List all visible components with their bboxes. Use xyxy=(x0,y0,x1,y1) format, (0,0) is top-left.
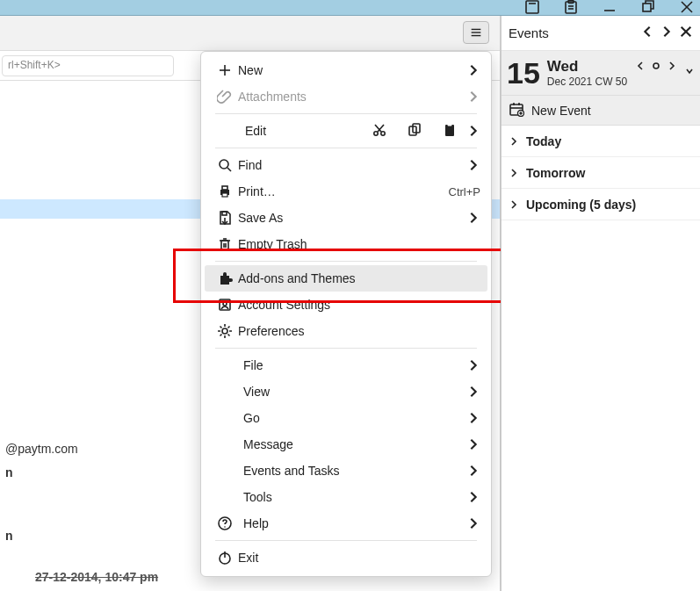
restore-icon[interactable] xyxy=(640,0,656,15)
preview-date: 27-12-2014, 10:47 pm xyxy=(35,566,158,589)
clipboard-icon[interactable] xyxy=(563,0,579,15)
printer-icon xyxy=(212,184,238,199)
day-number: 15 xyxy=(507,58,540,88)
menu-exit[interactable]: Exit xyxy=(205,544,487,571)
close-window-icon[interactable] xyxy=(679,0,695,15)
copy-icon[interactable] xyxy=(407,122,422,141)
menu-go[interactable]: Go xyxy=(205,405,487,431)
menu-saveas-label: Save As xyxy=(238,211,466,225)
svg-rect-36 xyxy=(221,241,228,249)
menu-find[interactable]: Find xyxy=(205,152,487,178)
date-prev-icon[interactable] xyxy=(635,60,646,74)
svg-point-29 xyxy=(220,160,228,169)
chevron-right-icon xyxy=(466,490,480,504)
events-close-icon[interactable] xyxy=(679,25,693,41)
menu-file[interactable]: File xyxy=(205,352,487,378)
menu-empty-trash[interactable]: Empty Trash xyxy=(205,231,487,257)
preview-line-2: n xyxy=(5,524,158,548)
svg-point-45 xyxy=(224,526,226,528)
events-panel: Events 15 Wed Dec 2021 CW 50 New Event T… xyxy=(501,16,700,591)
date-today-icon[interactable] xyxy=(651,60,661,74)
separator xyxy=(215,113,477,114)
svg-rect-27 xyxy=(445,125,454,136)
menu-preferences[interactable]: Preferences xyxy=(205,318,487,344)
separator xyxy=(215,261,477,262)
menu-view[interactable]: View xyxy=(205,378,487,405)
menu-exit-label: Exit xyxy=(238,551,480,565)
chevron-right-icon xyxy=(466,63,480,77)
svg-rect-32 xyxy=(222,186,227,190)
search-input[interactable]: rl+Shift+K> xyxy=(2,55,174,76)
date-sub: Dec 2021 CW 50 xyxy=(547,76,627,88)
section-tomorrow[interactable]: Tomorrow xyxy=(502,157,700,189)
calculator-icon[interactable] xyxy=(524,0,540,15)
menu-print-shortcut: Ctrl+P xyxy=(449,185,480,198)
menu-empty-trash-label: Empty Trash xyxy=(238,237,480,251)
menu-message[interactable]: Message xyxy=(205,431,487,458)
svg-rect-28 xyxy=(448,123,452,126)
menu-events-tasks-label: Events and Tasks xyxy=(238,464,466,478)
preview-line-1: n xyxy=(5,461,158,485)
cut-icon[interactable] xyxy=(372,122,387,141)
paste-icon[interactable] xyxy=(442,122,458,141)
menu-help[interactable]: Help xyxy=(205,510,487,537)
events-header: Events xyxy=(502,16,700,51)
menu-tools[interactable]: Tools xyxy=(205,484,487,510)
search-icon xyxy=(212,157,238,173)
chevron-right-icon xyxy=(466,358,480,372)
power-icon xyxy=(212,550,238,566)
chevron-right-icon xyxy=(466,124,480,138)
minimize-icon[interactable] xyxy=(602,0,617,15)
events-next-icon[interactable] xyxy=(660,25,674,41)
app-menu: New Attachments Edit Find Print… Ctrl+P … xyxy=(200,51,492,577)
svg-point-43 xyxy=(222,328,227,334)
menu-save-as[interactable]: Save As xyxy=(205,205,487,231)
menu-tools-label: Tools xyxy=(238,490,466,504)
new-event-label: New Event xyxy=(531,104,591,118)
menu-attachments: Attachments xyxy=(205,83,487,110)
chevron-right-icon xyxy=(509,199,519,210)
title-bar xyxy=(0,0,700,16)
menu-print[interactable]: Print… Ctrl+P xyxy=(205,178,487,205)
section-today-label: Today xyxy=(526,134,561,148)
menu-go-label: Go xyxy=(238,411,466,425)
chevron-right-icon xyxy=(466,437,480,451)
date-next-icon[interactable] xyxy=(667,60,677,74)
chevron-right-icon xyxy=(466,90,480,104)
menu-message-label: Message xyxy=(238,437,466,451)
chevron-right-icon xyxy=(466,516,480,530)
menu-events-tasks[interactable]: Events and Tasks xyxy=(205,458,487,484)
chevron-right-icon xyxy=(466,385,480,399)
section-today[interactable]: Today xyxy=(502,126,700,157)
separator xyxy=(215,540,477,541)
puzzle-icon xyxy=(212,270,238,286)
svg-rect-0 xyxy=(526,1,538,13)
events-prev-icon[interactable] xyxy=(640,25,654,41)
calendar-add-icon xyxy=(509,101,524,119)
menu-addons-themes[interactable]: Add-ons and Themes xyxy=(205,265,487,292)
gear-icon xyxy=(212,323,238,339)
app-menu-button[interactable] xyxy=(463,21,489,44)
chevron-right-icon xyxy=(466,464,480,478)
chevron-right-icon xyxy=(466,158,480,172)
svg-point-50 xyxy=(653,63,659,68)
menu-file-label: File xyxy=(238,358,466,372)
toolbar xyxy=(0,16,500,51)
svg-point-21 xyxy=(374,131,378,134)
date-block: 15 Wed Dec 2021 CW 50 xyxy=(502,51,700,96)
menu-help-label: Help xyxy=(238,516,466,530)
menu-new[interactable]: New xyxy=(205,57,487,83)
menu-edit[interactable]: Edit xyxy=(205,118,487,144)
menu-account-settings[interactable]: Account Settings xyxy=(205,292,487,318)
paperclip-icon xyxy=(212,89,238,105)
chevron-down-icon[interactable] xyxy=(684,65,695,79)
section-tomorrow-label: Tomorrow xyxy=(526,166,585,180)
plus-icon xyxy=(212,62,238,78)
new-event-button[interactable]: New Event xyxy=(502,96,700,126)
chevron-right-icon xyxy=(509,168,519,178)
section-upcoming[interactable]: Upcoming (5 days) xyxy=(502,189,700,220)
svg-line-30 xyxy=(227,168,231,171)
menu-find-label: Find xyxy=(238,158,466,172)
svg-point-42 xyxy=(223,302,227,306)
save-icon xyxy=(212,210,238,226)
